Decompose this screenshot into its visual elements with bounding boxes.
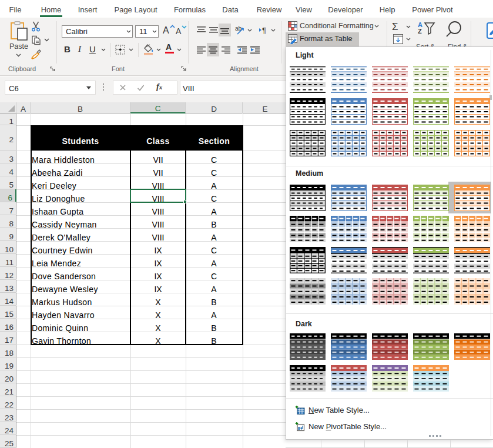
svg-text:¶: ¶	[262, 26, 266, 35]
